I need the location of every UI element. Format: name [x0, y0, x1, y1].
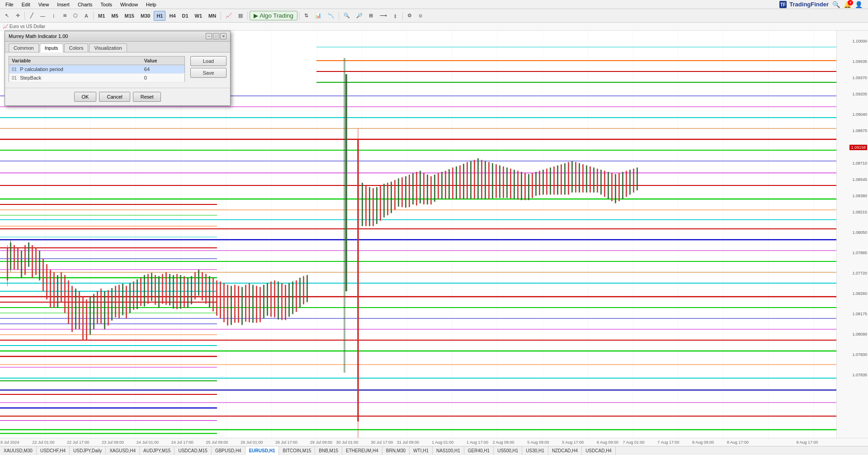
- tab-bnb-m15[interactable]: BNB,M15: [315, 446, 342, 455]
- tf-m15[interactable]: M15: [122, 11, 137, 21]
- tab-brn-m30[interactable]: BRN,M30: [382, 446, 410, 455]
- param-table: Variable Value 01 P calculation period 6…: [9, 56, 185, 82]
- tf-h4[interactable]: H4: [166, 11, 178, 21]
- tab-inputs[interactable]: Inputs: [40, 43, 63, 52]
- shapes-btn[interactable]: ⬡: [71, 11, 80, 21]
- channel-btn[interactable]: ⫶: [49, 11, 59, 21]
- tab-xauusd-m30[interactable]: XAUUSD,M30: [0, 446, 37, 455]
- tab-nzdcad-h4[interactable]: NZDCAD,H4: [548, 446, 582, 455]
- chart-type-btn[interactable]: 📈: [223, 11, 235, 21]
- chart-window-btn[interactable]: 📉: [325, 11, 337, 21]
- account-icon[interactable]: 👤: [855, 1, 863, 8]
- tab-bitcoin-m15[interactable]: BITCOIN,M15: [279, 446, 315, 455]
- price-14: 1.08260: [852, 291, 867, 296]
- tab-usdcad-m15[interactable]: USDCAD,M15: [175, 446, 211, 455]
- current-price: 1.09158: [849, 145, 867, 150]
- param-row-0[interactable]: 01 P calculation period 64: [9, 65, 185, 74]
- window-controls: ─ □ ✕: [206, 33, 226, 39]
- minimize-btn[interactable]: ─: [206, 33, 212, 39]
- time-label-5: 24 Jul 17:00: [171, 440, 193, 445]
- ok-btn[interactable]: OK: [74, 92, 97, 102]
- tf-d1[interactable]: D1: [179, 11, 191, 21]
- price-7: 1.08710: [852, 161, 867, 166]
- indicator-btn[interactable]: 📊: [312, 11, 324, 21]
- menu-window[interactable]: Window: [117, 1, 142, 8]
- menu-file[interactable]: File: [2, 1, 17, 8]
- tf-m1[interactable]: M1: [95, 11, 108, 21]
- tab-us30-h1[interactable]: US30,H1: [522, 446, 548, 455]
- tab-usdchf-h4[interactable]: USDCHF,H4: [37, 446, 70, 455]
- param-value-0[interactable]: 64: [142, 65, 185, 74]
- tab-common[interactable]: Common: [9, 43, 39, 52]
- tab-audjpy-m15[interactable]: AUDJPY,M15: [140, 446, 175, 455]
- menu-edit[interactable]: Edit: [18, 1, 34, 8]
- line-btn[interactable]: ╱: [27, 11, 37, 21]
- param-row-1[interactable]: 01 StepBack 0: [9, 74, 185, 82]
- close-btn[interactable]: ✕: [220, 33, 226, 39]
- price-8: 1.08545: [852, 177, 867, 182]
- tab-ger40-h1[interactable]: GER40,H1: [464, 446, 494, 455]
- time-label-2: 22 Jul 17:00: [67, 440, 89, 445]
- buy-sell-btn[interactable]: ⇅: [302, 11, 311, 21]
- svg-text:TF: TF: [780, 2, 786, 7]
- text-btn[interactable]: A: [81, 11, 91, 21]
- settings-btn[interactable]: ⚙: [405, 11, 415, 21]
- time-label-6: 25 Jul 09:00: [206, 440, 228, 445]
- algo-trading-btn[interactable]: ▶ Algo Trading: [250, 11, 297, 20]
- tf-mn[interactable]: MN: [206, 11, 219, 21]
- sep7: [402, 12, 403, 20]
- param-index-0: 01: [12, 67, 17, 72]
- tf-m30[interactable]: M30: [138, 11, 153, 21]
- zoom-in-btn[interactable]: 🔍: [341, 11, 353, 21]
- period-sep-btn[interactable]: ⫿: [391, 11, 401, 21]
- tab-nas100-h1[interactable]: NAS100,H1: [433, 446, 464, 455]
- sep5: [299, 12, 300, 20]
- tab-usdjpy-daily[interactable]: USDJPY,Daily: [70, 446, 106, 455]
- fib-btn[interactable]: ≋: [60, 11, 70, 21]
- tab-gbpusd-h4[interactable]: GBPUSD,H4: [212, 446, 245, 455]
- tab-wti-h1[interactable]: WTI,H1: [410, 446, 433, 455]
- sep4: [247, 12, 248, 20]
- time-label-15: 2 Aug 09:00: [493, 440, 514, 445]
- menu-help[interactable]: Help: [142, 1, 160, 8]
- time-label-0: 19 Jul 2024: [0, 440, 19, 445]
- reset-btn[interactable]: Reset: [133, 92, 161, 102]
- tf-m5[interactable]: M5: [108, 11, 121, 21]
- tab-eurusd-h1[interactable]: EURUSD,H1: [245, 446, 279, 455]
- tab-ethereum-h4[interactable]: ETHEREUM,H4: [342, 446, 382, 455]
- tf-h1[interactable]: H1: [154, 11, 165, 21]
- zoom-out-btn[interactable]: 🔎: [354, 11, 365, 21]
- tab-colors[interactable]: Colors: [64, 43, 89, 52]
- param-value-1[interactable]: 0: [142, 74, 185, 82]
- time-label-14: 1 Aug 17:00: [467, 440, 488, 445]
- save-btn[interactable]: Save: [190, 68, 226, 78]
- hline-btn[interactable]: —: [38, 11, 48, 21]
- param-variable-0: 01 P calculation period: [9, 65, 142, 74]
- menu-charts[interactable]: Charts: [74, 1, 96, 8]
- tab-usdcad-h4[interactable]: USDCAD,H4: [582, 446, 616, 455]
- menu-insert[interactable]: Insert: [53, 1, 73, 8]
- tab-xagusd-h4[interactable]: XAGUSD,H4: [106, 446, 140, 455]
- time-label-20: 7 Aug 17:00: [657, 440, 679, 445]
- load-btn[interactable]: Load: [190, 56, 226, 66]
- time-label-3: 23 Jul 09:00: [102, 440, 124, 445]
- cursor-btn[interactable]: ↖: [2, 11, 12, 21]
- time-label-11: 30 Jul 17:00: [371, 440, 393, 445]
- search-icon[interactable]: 🔍: [832, 1, 840, 8]
- tab-visualization[interactable]: Visualization: [89, 43, 127, 52]
- maximize-btn[interactable]: □: [213, 33, 219, 39]
- menu-view[interactable]: View: [35, 1, 53, 8]
- cancel-btn[interactable]: Cancel: [99, 92, 130, 102]
- notification-icon[interactable]: 🔔4: [844, 1, 851, 8]
- time-label-10: 30 Jul 01:00: [336, 440, 358, 445]
- tf-w1[interactable]: W1: [192, 11, 205, 21]
- crosshair-btn[interactable]: ✛: [13, 11, 23, 21]
- menu-tools[interactable]: Tools: [97, 1, 116, 8]
- template-btn[interactable]: ⛭: [415, 11, 426, 21]
- tab-us500-h1[interactable]: US500,H1: [494, 446, 522, 455]
- dialog-content: Variable Value 01 P calculation period 6…: [5, 52, 230, 88]
- grid-btn[interactable]: ⊞: [366, 11, 376, 21]
- chart-bar-btn[interactable]: ▤: [236, 11, 245, 21]
- auto-scroll-btn[interactable]: ⟶: [377, 11, 390, 21]
- price-18: 1.07835: [852, 373, 867, 377]
